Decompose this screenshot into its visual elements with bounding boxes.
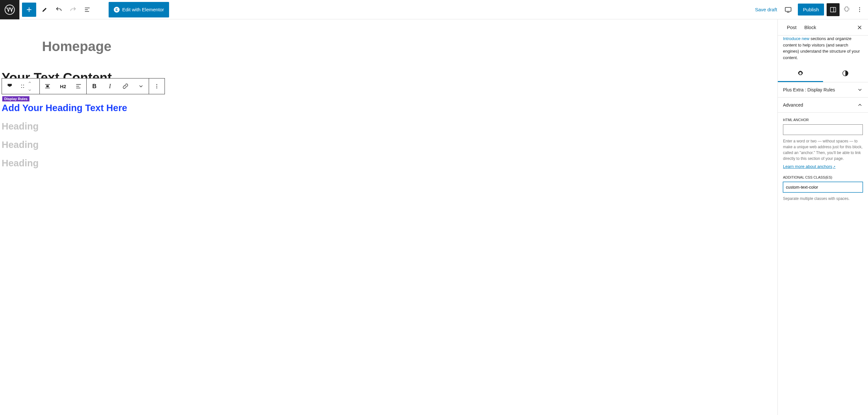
svg-point-8 bbox=[21, 87, 22, 88]
css-classes-input[interactable] bbox=[783, 182, 863, 193]
svg-rect-10 bbox=[46, 85, 49, 87]
top-toolbar: E Edit with Elementor Save draft Publish bbox=[0, 0, 868, 20]
css-classes-label: ADDITIONAL CSS CLASS(ES) bbox=[783, 175, 863, 179]
chevron-up-icon bbox=[857, 102, 863, 108]
italic-button[interactable]: I bbox=[102, 78, 118, 94]
svg-point-4 bbox=[859, 9, 860, 10]
settings-subtab[interactable] bbox=[778, 65, 823, 82]
svg-point-7 bbox=[23, 84, 24, 85]
svg-point-5 bbox=[859, 11, 860, 12]
anchor-learn-more-link[interactable]: Learn more about anchors↗ bbox=[783, 164, 835, 169]
svg-point-0 bbox=[5, 5, 14, 14]
edit-with-elementor-button[interactable]: E Edit with Elementor bbox=[108, 2, 169, 18]
chevron-down-icon bbox=[857, 87, 863, 93]
block-toolbar: H2 B I bbox=[2, 78, 165, 94]
heading-block[interactable]: Heading bbox=[0, 121, 736, 132]
heading-level-button[interactable]: H2 bbox=[55, 78, 71, 94]
options-menu-button[interactable] bbox=[854, 4, 865, 15]
move-up-down bbox=[28, 78, 39, 94]
save-draft-button[interactable]: Save draft bbox=[751, 4, 781, 15]
bold-button[interactable]: B bbox=[87, 78, 102, 94]
svg-point-9 bbox=[23, 87, 24, 88]
display-rules-badge: Display Rules bbox=[2, 96, 29, 101]
tab-post[interactable]: Post bbox=[783, 20, 800, 35]
elementor-icon: E bbox=[114, 7, 120, 12]
redo-button[interactable] bbox=[67, 4, 79, 15]
text-align-button[interactable] bbox=[71, 78, 86, 94]
close-sidebar-button[interactable] bbox=[856, 24, 863, 31]
heading-block[interactable]: Heading bbox=[0, 158, 736, 169]
svg-rect-1 bbox=[785, 7, 791, 11]
page-title[interactable]: Homepage bbox=[0, 32, 736, 70]
external-link-icon: ↗ bbox=[833, 165, 835, 169]
link-button[interactable] bbox=[118, 78, 133, 94]
panel-display-rules[interactable]: Plus Extra : Display Rules bbox=[778, 82, 868, 98]
svg-point-6 bbox=[21, 84, 22, 85]
undo-button[interactable] bbox=[53, 4, 65, 15]
drag-handle-icon[interactable] bbox=[18, 78, 28, 94]
editor-canvas[interactable]: Homepage Your Text Content bbox=[0, 20, 777, 415]
svg-point-13 bbox=[156, 88, 157, 88]
styles-subtab[interactable] bbox=[823, 65, 868, 82]
svg-point-3 bbox=[859, 7, 860, 8]
selected-heading-block[interactable]: Add Your Heading Text Here bbox=[0, 103, 736, 113]
preview-button[interactable] bbox=[782, 4, 794, 15]
block-description: Introduce new sections and organize cont… bbox=[778, 36, 868, 65]
css-classes-help: Separate multiple classes with spaces. bbox=[783, 196, 863, 202]
document-overview-button[interactable] bbox=[82, 4, 93, 15]
move-down-button[interactable] bbox=[28, 86, 39, 94]
svg-point-12 bbox=[156, 86, 157, 87]
content-text-block: Your Text Content bbox=[0, 70, 736, 78]
svg-rect-2 bbox=[831, 7, 836, 12]
tab-block[interactable]: Block bbox=[800, 20, 820, 35]
align-button[interactable] bbox=[40, 78, 55, 94]
block-type-icon[interactable] bbox=[2, 78, 18, 94]
more-formatting-button[interactable] bbox=[133, 78, 149, 94]
heading-block[interactable]: Heading bbox=[0, 140, 736, 150]
html-anchor-label: HTML ANCHOR bbox=[783, 118, 863, 122]
block-options-button[interactable] bbox=[149, 78, 164, 94]
publish-button[interactable]: Publish bbox=[798, 4, 824, 15]
edit-mode-button[interactable] bbox=[39, 4, 51, 15]
settings-sidebar-toggle[interactable] bbox=[827, 3, 840, 16]
add-block-button[interactable] bbox=[22, 3, 36, 17]
move-up-button[interactable] bbox=[28, 78, 39, 86]
html-anchor-input[interactable] bbox=[783, 124, 863, 135]
svg-point-11 bbox=[156, 84, 157, 85]
plugin-icon[interactable] bbox=[841, 4, 852, 15]
panel-advanced[interactable]: Advanced bbox=[778, 98, 868, 113]
settings-sidebar: Post Block Introduce new sections and or… bbox=[777, 20, 868, 415]
wordpress-logo[interactable] bbox=[0, 0, 20, 20]
html-anchor-help: Enter a word or two — without spaces — t… bbox=[783, 138, 863, 162]
elementor-label: Edit with Elementor bbox=[122, 7, 164, 12]
